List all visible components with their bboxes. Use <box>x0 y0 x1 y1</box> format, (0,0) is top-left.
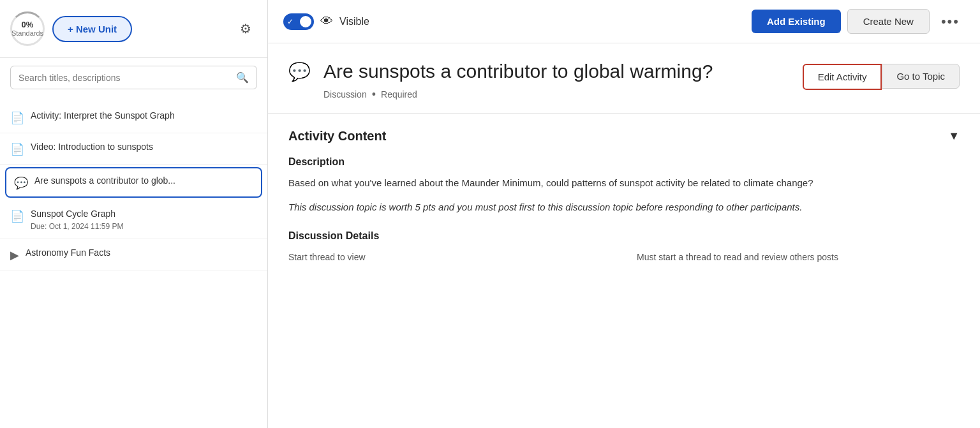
list-item-active[interactable]: 💬 Are sunspots a contributor to glob... <box>5 167 262 198</box>
main-content: ✓ 👁 Visible Add Existing Create New ••• … <box>268 0 980 428</box>
chevron-down-icon[interactable]: ▼ <box>948 129 960 143</box>
activity-title: Are sunspots a contributor to global war… <box>323 59 790 84</box>
discussion-icon: 💬 <box>14 176 28 190</box>
search-icon: 🔍 <box>236 71 249 84</box>
visibility-toggle-container: ✓ 👁 Visible <box>283 13 369 30</box>
discussion-details-title: Discussion Details <box>288 230 960 242</box>
details-row: Start thread to view Must start a thread… <box>288 252 960 262</box>
create-new-button[interactable]: Create New <box>847 9 930 34</box>
description-italic: This discussion topic is worth 5 pts and… <box>288 200 960 215</box>
visibility-toggle[interactable]: ✓ <box>283 13 314 30</box>
sidebar: 0% Standards + New Unit ⚙ 🔍 📄 Activity: … <box>0 0 268 428</box>
item-label: Activity: Interpret the Sunspot Graph <box>31 110 175 122</box>
item-due-date: Due: Oct 1, 2024 11:59 PM <box>31 222 257 231</box>
description-text: Based on what you've learned about the M… <box>288 175 960 191</box>
standards-circle: 0% Standards <box>10 11 45 46</box>
search-container: 🔍 <box>0 58 267 97</box>
must-start-label: Must start a thread to read and review o… <box>637 252 960 262</box>
item-label: Video: Introduction to sunspots <box>31 141 153 154</box>
list-item[interactable]: 📄 Activity: Interpret the Sunspot Graph <box>0 102 267 133</box>
item-label: Astronomy Fun Facts <box>26 247 110 260</box>
document-icon: 📄 <box>10 111 24 125</box>
list-item[interactable]: 📄 Video: Introduction to sunspots <box>0 133 267 165</box>
section-title: Activity Content <box>288 129 386 144</box>
document-icon: 📄 <box>10 142 24 156</box>
document-icon: 📄 <box>10 209 24 223</box>
meta-separator: • <box>372 89 376 100</box>
activity-discussion-icon: 💬 <box>288 61 311 82</box>
top-bar: ✓ 👁 Visible Add Existing Create New ••• <box>268 0 980 43</box>
activity-header: 💬 Are sunspots a contributor to global w… <box>268 43 980 114</box>
go-to-topic-button[interactable]: Go to Topic <box>882 64 960 89</box>
item-label: Are sunspots a contributor to glob... <box>34 175 175 188</box>
more-options-button[interactable]: ••• <box>936 10 965 34</box>
new-unit-button[interactable]: + New Unit <box>52 16 132 42</box>
edit-activity-button[interactable]: Edit Activity <box>803 64 882 90</box>
item-label: Sunspot Cycle Graph <box>31 208 257 221</box>
activity-header-buttons: Edit Activity Go to Topic <box>803 64 960 90</box>
list-item[interactable]: ▶ Astronomy Fun Facts <box>0 239 267 270</box>
start-thread-label: Start thread to view <box>288 252 611 262</box>
gear-button[interactable]: ⚙ <box>234 17 257 40</box>
top-bar-actions: Add Existing Create New ••• <box>752 9 965 34</box>
visible-label: Visible <box>339 16 369 27</box>
list-item[interactable]: 📄 Sunspot Cycle Graph Due: Oct 1, 2024 1… <box>0 200 267 239</box>
standards-label: Standards <box>11 29 43 38</box>
content-area: Activity Content ▼ Description Based on … <box>268 114 980 428</box>
standards-percent: 0% <box>22 20 34 30</box>
activity-required: Required <box>381 89 417 100</box>
activity-type: Discussion <box>323 89 367 100</box>
eye-icon: 👁 <box>320 14 333 29</box>
activity-meta: Discussion • Required <box>323 89 790 100</box>
detail-col-start: Start thread to view <box>288 252 611 262</box>
toggle-check-icon: ✓ <box>287 17 293 26</box>
video-icon: ▶ <box>10 248 19 262</box>
detail-col-must: Must start a thread to read and review o… <box>637 252 960 262</box>
section-header: Activity Content ▼ <box>288 129 960 144</box>
activity-title-block: Are sunspots a contributor to global war… <box>323 59 790 100</box>
sidebar-list: 📄 Activity: Interpret the Sunspot Graph … <box>0 97 267 428</box>
add-existing-button[interactable]: Add Existing <box>752 10 841 33</box>
description-label: Description <box>288 156 960 168</box>
search-bar: 🔍 <box>10 66 257 89</box>
sidebar-header: 0% Standards + New Unit ⚙ <box>0 0 267 58</box>
search-input[interactable] <box>19 73 231 83</box>
toggle-knob <box>300 16 311 27</box>
